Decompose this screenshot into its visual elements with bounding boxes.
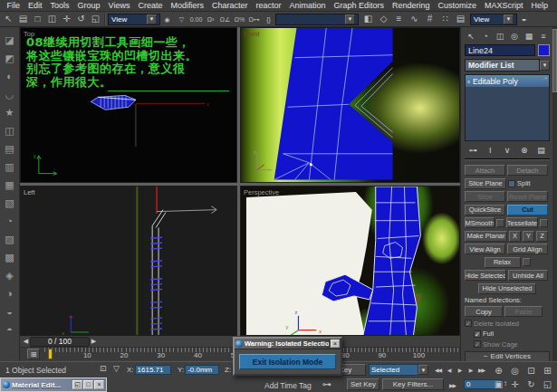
hierarchy-tab[interactable]: ◫ (494, 30, 506, 42)
menu-animation[interactable]: Animation (285, 1, 330, 10)
zoom-icon[interactable]: ⊕ (491, 364, 506, 377)
view-align-button[interactable]: View Align (465, 244, 505, 254)
point-point-icon[interactable]: ◈ (2, 266, 18, 284)
menu-views[interactable]: Views (104, 1, 134, 10)
set-key-button[interactable]: Set Key (347, 378, 379, 390)
quickslice-button[interactable]: QuickSlice (465, 205, 505, 215)
select-and-move-icon[interactable]: ✛ (60, 13, 73, 26)
material-editor-minimized-window[interactable]: Material Edit... ◱□× (0, 378, 107, 392)
time-slider-left-arrow[interactable]: ◀ (22, 337, 30, 347)
key-mode-selected-dropdown[interactable]: Selected (369, 364, 418, 376)
absolute-offset-toggle-icon[interactable]: ▽ (113, 364, 120, 373)
slice-button[interactable]: Slice (465, 191, 505, 202)
fracture-icon[interactable]: ▧ (2, 194, 18, 212)
split-checkbox[interactable] (508, 180, 515, 187)
grid-align-button[interactable]: Grid Align (507, 244, 548, 254)
soft-body-collection-icon[interactable]: ◐ (2, 67, 18, 85)
restore-window-icon[interactable]: ◱ (72, 380, 82, 389)
key-filters-button[interactable]: Key Filters... (382, 378, 444, 390)
chevron-down-icon[interactable]: ▼ (418, 365, 428, 375)
msmooth-settings-button[interactable] (496, 219, 504, 227)
slice-plane-button[interactable]: Slice Plane (465, 178, 506, 189)
previous-frame-icon[interactable]: ◀ (444, 364, 454, 375)
modifier-list-dropdown[interactable]: Modifier List (465, 59, 540, 72)
cut-button[interactable]: Cut (507, 205, 548, 215)
modify-tab[interactable]: ◔ (479, 30, 492, 42)
rope-collection-icon[interactable]: ◡ (2, 85, 18, 103)
pin-stack-icon[interactable]: ⊶ (467, 145, 479, 156)
constraint-solver-icon[interactable]: ▩ (2, 248, 18, 266)
tessellate-button[interactable]: Tessellate (506, 217, 538, 228)
paste-button[interactable]: Paste (504, 306, 543, 317)
make-planar-x-button[interactable]: X (509, 231, 521, 242)
cloth-collection-icon[interactable]: ◩ (2, 49, 18, 67)
render-type-dropdown[interactable]: View ▼ (470, 14, 517, 25)
dashpot-icon[interactable]: ▥ (2, 158, 18, 176)
configure-modifier-sets-icon[interactable]: ▤ (535, 145, 547, 156)
close-icon[interactable]: × (331, 339, 340, 348)
object-color-swatch[interactable] (538, 44, 550, 56)
motor-icon[interactable]: ◔ (2, 212, 18, 230)
relax-button[interactable]: Relax (485, 257, 521, 268)
select-and-rotate-icon[interactable]: ↺ (74, 13, 88, 26)
next-frame-icon[interactable]: ▶ (466, 364, 475, 375)
edit-vertices-rollout-header[interactable]: − Edit Vertices (465, 351, 550, 362)
rectangular-selection-region-icon[interactable]: □ (31, 13, 44, 26)
material-editor-icon[interactable]: ∷ (438, 13, 452, 26)
show-cage-checkbox[interactable]: ✓ (474, 340, 481, 348)
named-selection-sets-dropdown[interactable]: ▼ (275, 14, 359, 25)
go-to-start-icon[interactable]: ◀◀ (433, 364, 443, 375)
exit-isolation-mode-button[interactable]: Exit Isolation Mode (239, 354, 336, 369)
chevron-down-icon[interactable]: ▼ (504, 14, 514, 24)
tessellate-settings-button[interactable] (540, 219, 548, 227)
quick-render-icon[interactable]: ◒ (517, 13, 531, 26)
arc-rotate-icon[interactable]: ↻ (523, 378, 539, 390)
select-object-icon[interactable]: ↖ (2, 13, 15, 26)
create-tab[interactable]: ↖ (465, 30, 477, 42)
angle-snap-icon[interactable]: Ω∠ (218, 13, 232, 26)
x-coord-field[interactable]: 1615.71 (135, 365, 171, 375)
play-animation-icon[interactable]: ▶ (455, 364, 465, 375)
menu-edit[interactable]: Edit (24, 1, 47, 10)
make-planar-y-button[interactable]: Y (523, 231, 534, 242)
min-max-toggle-icon[interactable]: ◱ (540, 378, 555, 390)
object-name-field[interactable]: Line24 (465, 44, 535, 56)
add-time-tag[interactable]: Add Time Tag (264, 381, 312, 390)
zoom-extents-icon[interactable]: ⊡ (523, 364, 539, 377)
zoom-all-icon[interactable]: ◎ (507, 364, 523, 377)
menu-character[interactable]: Character (207, 1, 252, 10)
go-to-end-icon[interactable]: ▶▶ (476, 364, 486, 375)
menu-modifiers[interactable]: Modifiers (167, 1, 208, 10)
snap-value-icon[interactable]: 0.00 (189, 13, 203, 26)
close-window-icon[interactable]: × (94, 380, 104, 389)
hide-selected-button[interactable]: Hide Selected (465, 270, 506, 281)
time-slider-right-arrow[interactable]: ▶ (90, 337, 98, 347)
mirror-icon[interactable]: ◧ (361, 13, 375, 26)
time-slider[interactable]: 0 / 100 (30, 337, 90, 347)
wind-icon[interactable]: ▨ (2, 230, 18, 248)
attach-button[interactable]: Attach (465, 165, 505, 176)
chevron-down-icon[interactable]: ▼ (147, 14, 157, 24)
menu-help[interactable]: Help (527, 1, 552, 10)
chevron-down-icon[interactable]: ▼ (540, 61, 550, 71)
select-by-name-icon[interactable]: ▤ (16, 13, 30, 26)
deforming-mesh-icon[interactable]: ★ (2, 103, 18, 121)
zoom-extents-all-icon[interactable]: ⊞ (540, 364, 555, 377)
y-coord-field[interactable]: -0.0mm (185, 365, 219, 375)
viewport-perspective[interactable]: Perspective z y x (240, 186, 460, 336)
remove-modifier-icon[interactable]: ⊗ (518, 145, 530, 156)
make-unique-icon[interactable]: ∨ (502, 145, 514, 156)
reference-coordinate-system-dropdown[interactable]: View ▼ (108, 14, 160, 25)
spring-tool-icon[interactable]: ▤ (2, 139, 18, 158)
maximize-window-icon[interactable]: □ (83, 380, 93, 389)
msmooth-button[interactable]: MSmooth (465, 217, 495, 228)
hide-unselected-button[interactable]: Hide Unselected (478, 283, 536, 294)
utilities-tab[interactable]: ≡ (537, 30, 550, 42)
viewport-front[interactable]: Front z (240, 27, 460, 183)
region-zoom-icon[interactable]: ▣ (491, 378, 506, 390)
unhide-all-button[interactable]: Unhide All (508, 270, 548, 281)
select-and-scale-icon[interactable]: ◱ (89, 13, 102, 26)
point-path-icon[interactable]: ◑ (2, 284, 18, 302)
delete-isolated-checkbox[interactable]: ✓ (465, 320, 472, 327)
curve-editor-icon[interactable]: ∿ (408, 13, 421, 26)
